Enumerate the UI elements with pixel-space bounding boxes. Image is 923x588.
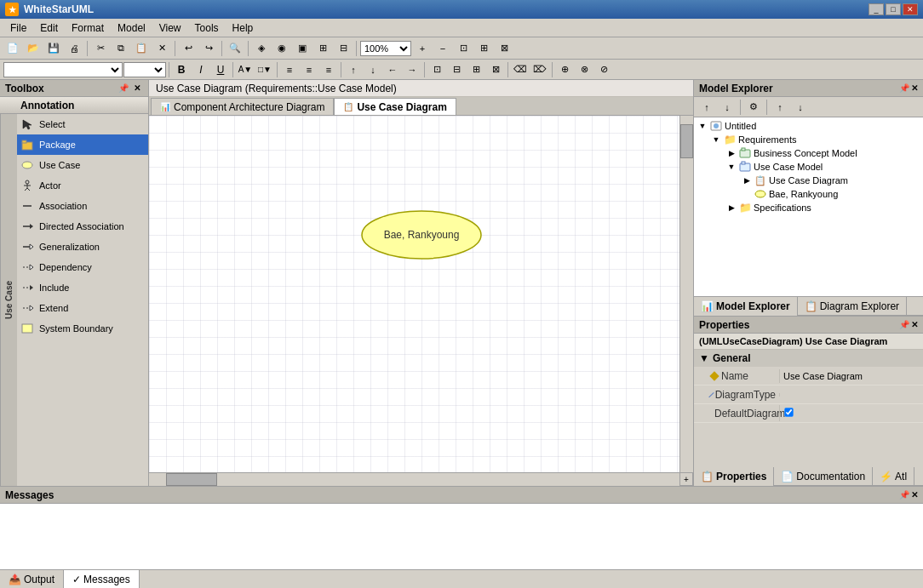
tb18[interactable]: ⊕ [555,61,574,78]
menu-format[interactable]: Format [65,20,111,36]
align-left[interactable]: ≡ [280,61,299,78]
toggle-specifications[interactable]: ▶ [725,203,738,212]
bottom-tab-messages[interactable]: ✓ Messages [64,570,140,588]
toggle-usecase-diagram[interactable]: ▶ [740,176,754,185]
tree-item-requirements[interactable]: ▼ 📁 Requirements [694,133,923,146]
tb17[interactable]: ⌦ [530,61,549,78]
scrollbar-horizontal-thumb[interactable] [166,473,217,486]
messages-close-button[interactable]: ✕ [911,490,918,500]
tree-item-specifications[interactable]: ▶ 📁 Specifications [694,201,923,214]
delete-button[interactable]: ✕ [152,40,171,57]
toolbox-item-extend[interactable]: Extend [17,298,148,318]
underline-button[interactable]: U [211,61,230,78]
tree-item-bae-rankyoung[interactable]: Bae, Rankyoung [694,187,923,201]
defaultdiagram-checkbox[interactable] [784,408,793,416]
toggle-business-concept[interactable]: ▶ [725,149,738,157]
toolbox-item-system-boundary[interactable]: System Boundary [17,318,148,339]
close-button[interactable]: ✕ [903,3,918,15]
bold-button[interactable]: B [172,61,191,78]
redo-button[interactable]: ↪ [199,40,218,57]
properties-close-button[interactable]: ✕ [911,320,918,329]
explorer-btn1[interactable]: ↑ [697,99,716,116]
prop-tab-properties[interactable]: 📋 Properties [694,467,774,486]
toolbox-item-actor[interactable]: Actor [17,175,148,196]
scrollbar-vertical-thumb[interactable] [680,124,693,158]
toolbox-close-button[interactable]: ✕ [131,83,143,94]
tb15[interactable]: ⊠ [486,61,505,78]
scrollbar-horizontal[interactable] [149,472,679,486]
explorer-btn5[interactable]: ↓ [791,99,810,116]
tb11[interactable]: → [403,61,421,78]
tb20[interactable]: ⊘ [594,61,613,78]
explorer-tab-model[interactable]: 📊 Model Explorer [694,297,798,316]
new-button[interactable]: 📄 [3,40,22,57]
toolbox-item-usecase[interactable]: Use Case [17,155,148,175]
tb2[interactable]: ◉ [272,40,291,57]
style-select[interactable] [3,62,123,77]
prop-tab-atl[interactable]: ⚡ Atl [873,467,914,486]
align-right[interactable]: ≡ [319,61,338,78]
cut-button[interactable]: ✂ [91,40,110,57]
copy-button[interactable]: ⧉ [112,40,130,57]
minimize-button[interactable]: _ [869,3,884,15]
tb1[interactable]: ◈ [252,40,271,57]
find-button[interactable]: 🔍 [226,40,244,57]
zoom-in-button[interactable]: + [413,40,432,57]
toolbox-item-dependency[interactable]: Dependency [17,257,148,277]
toggle-requirements[interactable]: ▼ [709,135,723,144]
menu-tools[interactable]: Tools [188,20,226,36]
tb12[interactable]: ⊡ [427,61,446,78]
bottom-tab-output[interactable]: 📤 Output [0,570,64,588]
color-fill-button[interactable]: A▼ [236,61,255,78]
save-button[interactable]: 💾 [44,40,63,57]
toolbox-pin-button[interactable]: 📌 [118,83,129,94]
messages-pin-button[interactable]: 📌 [899,490,909,500]
toolbox-item-include[interactable]: Include [17,277,148,298]
toggle-usecase-model[interactable]: ▼ [725,163,738,171]
properties-section-general[interactable]: ▼ General [694,350,923,367]
italic-button[interactable]: I [192,61,210,78]
menu-edit[interactable]: Edit [33,20,65,36]
prop-tab-documentation[interactable]: 📄 Documentation [774,467,873,486]
maximize-button[interactable]: □ [886,3,901,15]
toolbox-annotation-header[interactable]: Annotation [0,97,148,114]
explorer-btn2[interactable]: ↓ [718,99,737,116]
model-explorer-close-button[interactable]: ✕ [911,83,918,93]
color-line-button[interactable]: □▼ [255,61,274,78]
explorer-btn3[interactable]: ⚙ [744,99,763,116]
tb16[interactable]: ⌫ [511,61,530,78]
toolbox-item-select[interactable]: Select [17,114,148,134]
tab-component[interactable]: 📊 Component Architecture Diagram [151,98,334,115]
print-button[interactable]: 🖨 [65,40,83,57]
menu-view[interactable]: View [152,20,188,36]
toolbox-item-association[interactable]: Association [17,196,148,216]
prop-val-defaultdiagram[interactable] [779,405,923,421]
size-select[interactable] [123,62,166,77]
properties-pin-button[interactable]: 📌 [899,320,909,329]
scrollbar-vertical[interactable] [679,116,693,472]
explorer-tab-diagram[interactable]: 📋 Diagram Explorer [798,297,907,316]
model-explorer-pin-button[interactable]: 📌 [899,83,909,93]
tb5[interactable]: ⊟ [334,40,353,57]
toggle-bae[interactable] [740,190,754,198]
align-center[interactable]: ≡ [300,61,318,78]
tb19[interactable]: ⊗ [575,61,593,78]
toolbox-item-directed-association[interactable]: Directed Association [17,216,148,237]
toolbox-item-package[interactable]: Package [17,134,148,155]
tb14[interactable]: ⊞ [467,61,485,78]
tb7[interactable]: ⊠ [495,40,513,57]
tb10[interactable]: ← [383,61,402,78]
tb9[interactable]: ↓ [364,61,382,78]
paste-button[interactable]: 📋 [132,40,151,57]
explorer-btn4[interactable]: ↑ [771,99,789,116]
title-bar-controls[interactable]: _ □ ✕ [869,3,918,15]
open-button[interactable]: 📂 [24,40,43,57]
tb8[interactable]: ↑ [344,61,363,78]
menu-model[interactable]: Model [111,20,152,36]
tree-item-untitled[interactable]: ▼ Untitled [694,119,923,133]
tb6[interactable]: ⊞ [474,40,493,57]
zoom-out-button[interactable]: − [433,40,452,57]
tree-item-usecase-model[interactable]: ▼ Use Case Model [694,160,923,174]
menu-help[interactable]: Help [226,20,261,36]
zoom-fit-button[interactable]: ⊡ [454,40,473,57]
